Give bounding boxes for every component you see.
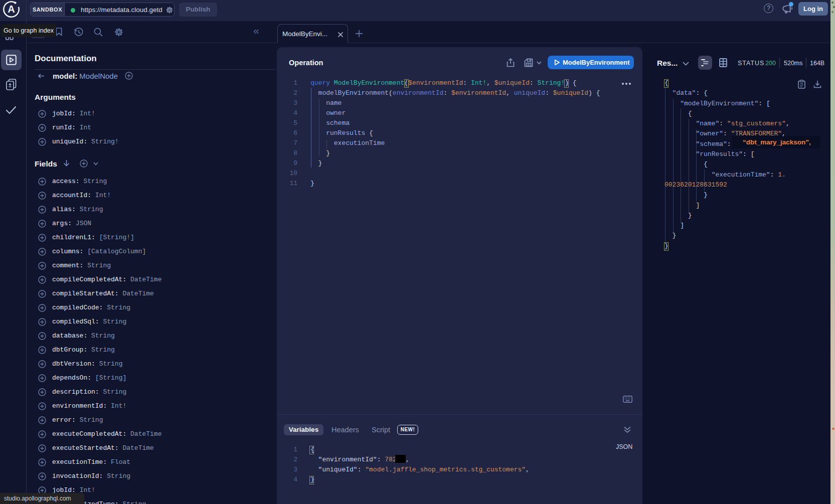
svg-text:A: A xyxy=(8,4,15,15)
